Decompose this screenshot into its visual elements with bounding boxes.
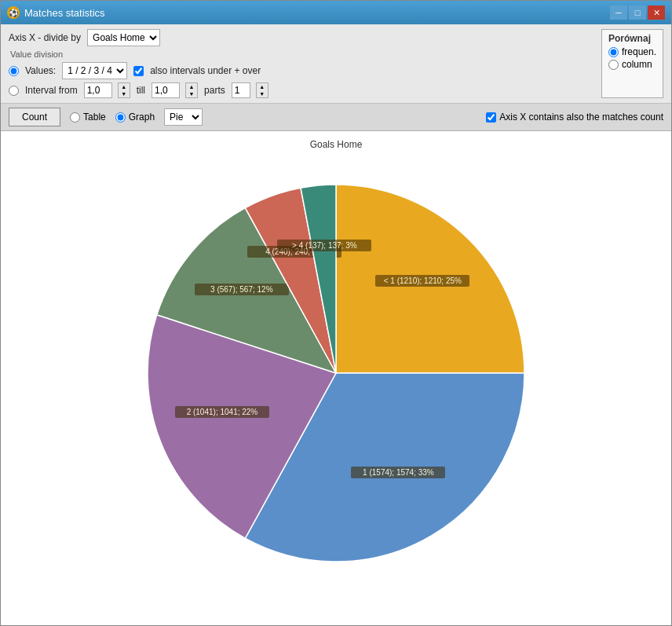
restore-button[interactable]: □: [629, 5, 646, 20]
frequen-item: frequen.: [608, 46, 656, 57]
interval-from-spinner[interactable]: ▲ ▼: [118, 82, 130, 98]
parts-down[interactable]: ▼: [257, 90, 268, 97]
pie-label-3: 3 (567); 567; 12%: [195, 284, 289, 307]
pie-chart: < 1 (1210); 1210; 25%1 (1574); 1574; 33%…: [116, 153, 556, 577]
axis-x-matches-checkbox[interactable]: [486, 112, 496, 123]
values-row: Values: 1 / 2 / 3 / 4 1 / 2 / 3 1 / 2 al…: [9, 62, 595, 79]
title-bar: ⚽ Matches statistics ─ □ ✕: [1, 1, 671, 24]
value-division-label: Value division: [10, 49, 63, 59]
pie-label-5: > 4 (137); 137; 3%: [277, 240, 371, 263]
graph-radio-item: Graph: [115, 112, 155, 123]
table-radio[interactable]: [70, 112, 80, 123]
left-section: Axis X - divide by Goals Home Goals Away…: [9, 29, 595, 98]
interval-from-label: Interval from: [25, 85, 78, 96]
toolbar: Axis X - divide by Goals Home Goals Away…: [1, 24, 671, 104]
graph-radio[interactable]: [115, 112, 126, 123]
pie-label-text-1: 1 (1574); 1574; 33%: [351, 467, 445, 478]
minimize-button[interactable]: ─: [610, 5, 627, 20]
count-button[interactable]: Count: [9, 108, 60, 126]
interval-from-input[interactable]: [84, 82, 112, 98]
spinner-down[interactable]: ▼: [119, 90, 130, 97]
compare-radio-group: frequen. column: [608, 46, 656, 70]
pie-label-1: 1 (1574); 1574; 33%: [351, 467, 445, 490]
graph-type-select[interactable]: Pie Bar Line: [164, 108, 203, 126]
top-section: Axis X - divide by Goals Home Goals Away…: [9, 29, 663, 98]
table-label: Table: [83, 112, 106, 123]
parts-up[interactable]: ▲: [257, 83, 268, 90]
action-bar: Count Table Graph Pie Bar Line Axis X co…: [1, 104, 671, 131]
interval-till-spinner[interactable]: ▲ ▼: [185, 82, 198, 98]
title-bar-left: ⚽ Matches statistics: [7, 6, 105, 19]
value-division-row: Value division: [9, 49, 595, 59]
pie-label-text-0: < 1 (1210); 1210; 25%: [375, 275, 469, 287]
intervals-checkbox[interactable]: [133, 66, 144, 76]
spinner-till-down[interactable]: ▼: [186, 90, 197, 97]
frequen-radio[interactable]: [608, 47, 619, 57]
axis-x-select[interactable]: Goals Home Goals Away Total Goals: [87, 29, 160, 46]
column-label: column: [622, 59, 652, 70]
compare-title: Porównaj: [608, 33, 656, 44]
axis-x-label: Axis X - divide by: [9, 32, 81, 43]
parts-input[interactable]: [232, 82, 250, 98]
title-buttons: ─ □ ✕: [610, 5, 665, 20]
column-item: column: [608, 59, 656, 70]
main-window: ⚽ Matches statistics ─ □ ✕ Axis X - divi…: [0, 0, 672, 626]
column-radio[interactable]: [608, 60, 619, 70]
values-radio[interactable]: [9, 66, 19, 76]
table-radio-item: Table: [70, 112, 106, 123]
interval-radio[interactable]: [9, 86, 19, 96]
pie-label-0: < 1 (1210); 1210; 25%: [375, 275, 469, 298]
pie-container: < 1 (1210); 1210; 25%1 (1574); 1574; 33%…: [116, 153, 556, 577]
interval-till-input[interactable]: [152, 82, 180, 98]
pie-label-text-3: 3 (567); 567; 12%: [195, 284, 289, 295]
close-button[interactable]: ✕: [648, 5, 665, 20]
graph-label: Graph: [129, 112, 155, 123]
chart-area: Goals Home < 1 (1210); 1210; 25%1 (1574)…: [1, 131, 671, 625]
values-label: Values:: [25, 65, 56, 76]
frequen-label: frequen.: [622, 46, 656, 57]
pie-label-text-5: > 4 (137); 137; 3%: [277, 240, 371, 251]
till-label: till: [137, 85, 145, 96]
spinner-up[interactable]: ▲: [119, 83, 130, 90]
parts-label: parts: [204, 85, 225, 96]
intervals-label: also intervals under + over: [150, 65, 261, 76]
spinner-till-up[interactable]: ▲: [186, 83, 197, 90]
axis-row: Axis X - divide by Goals Home Goals Away…: [9, 29, 595, 46]
pie-label-2: 2 (1041); 1041; 22%: [175, 406, 269, 430]
values-select[interactable]: 1 / 2 / 3 / 4 1 / 2 / 3 1 / 2: [62, 62, 127, 79]
parts-spinner[interactable]: ▲ ▼: [256, 82, 268, 98]
axis-x-checkbox-group: Axis X contains also the matches count: [486, 112, 663, 123]
app-icon: ⚽: [7, 6, 20, 19]
window-title: Matches statistics: [24, 7, 105, 19]
axis-x-matches-label: Axis X contains also the matches count: [499, 112, 663, 123]
chart-title: Goals Home: [310, 139, 363, 150]
interval-row: Interval from ▲ ▼ till ▲ ▼ parts: [9, 82, 595, 98]
pie-label-text-2: 2 (1041); 1041; 22%: [175, 406, 269, 418]
compare-box: Porównaj frequen. column: [601, 29, 663, 98]
